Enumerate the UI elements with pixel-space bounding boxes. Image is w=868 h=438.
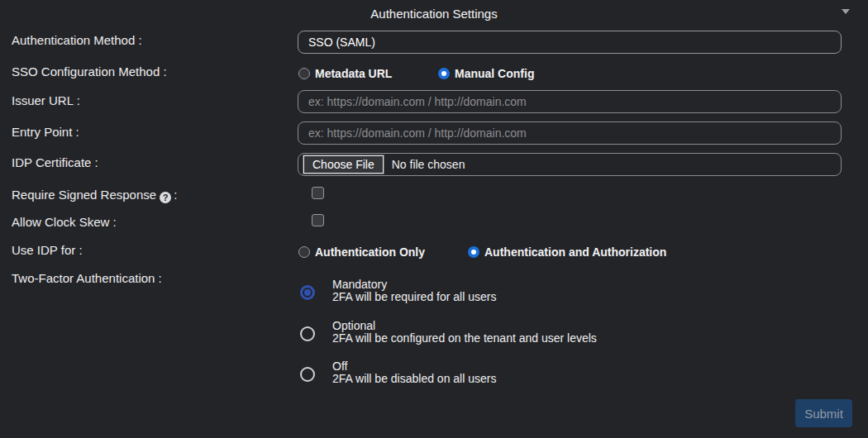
sso-config-label: SSO Configuration Method :: [12, 64, 167, 79]
auth-method-select[interactable]: SSO (SAML): [298, 31, 842, 54]
issuer-url-input[interactable]: [298, 90, 842, 113]
allow-clock-skew-label: Allow Clock Skew :: [12, 215, 117, 229]
file-status-text: No file chosen: [392, 158, 465, 171]
idp-certificate-file-input[interactable]: Choose File No file chosen: [298, 153, 842, 176]
two-factor-mandatory-option: Mandatory 2FA will be required for all u…: [332, 279, 496, 302]
choose-file-button[interactable]: Choose File: [303, 155, 384, 174]
two-factor-optional-desc: 2FA will be configured on the tenant and…: [332, 332, 597, 344]
two-factor-optional-title[interactable]: Optional: [332, 320, 597, 331]
page-title: Authentication Settings: [0, 7, 868, 21]
help-icon[interactable]: ?: [160, 192, 171, 203]
two-factor-mandatory-radio[interactable]: [300, 285, 315, 300]
two-factor-mandatory-desc: 2FA will be required for all users: [332, 291, 496, 302]
metadata-url-radio[interactable]: [298, 68, 310, 79]
two-factor-mandatory-title[interactable]: Mandatory: [332, 279, 496, 290]
two-factor-off-option: Off 2FA will be disabled on all users: [332, 360, 496, 384]
auth-method-value: SSO (SAML): [308, 36, 375, 49]
submit-button[interactable]: Submit: [795, 399, 852, 427]
idp-certificate-label: IDP Certificate :: [12, 155, 98, 169]
entry-point-input[interactable]: [298, 121, 842, 145]
authentication-only-label[interactable]: Authentication Only: [315, 245, 425, 259]
require-signed-response-suffix: :: [174, 188, 177, 202]
require-signed-response-checkbox[interactable]: [312, 187, 324, 199]
authentication-only-radio[interactable]: [298, 246, 310, 258]
authentication-and-authorization-label[interactable]: Authentication and Authorization: [484, 245, 666, 259]
manual-config-label[interactable]: Manual Config: [455, 67, 534, 80]
two-factor-off-desc: 2FA will be disabled on all users: [332, 373, 496, 384]
require-signed-response-text: Require Signed Response: [12, 188, 156, 202]
two-factor-optional-radio[interactable]: [300, 326, 315, 341]
authentication-and-authorization-radio[interactable]: [468, 246, 479, 258]
manual-config-radio[interactable]: [438, 68, 450, 79]
two-factor-off-radio[interactable]: [300, 367, 315, 382]
issuer-url-label: Issuer URL :: [12, 93, 80, 107]
two-factor-label: Two-Factor Authentication :: [12, 271, 162, 285]
chevron-down-icon: [842, 9, 850, 14]
allow-clock-skew-checkbox[interactable]: [312, 214, 324, 226]
two-factor-off-title[interactable]: Off: [332, 360, 496, 372]
two-factor-optional-option: Optional 2FA will be configured on the t…: [332, 320, 597, 344]
use-idp-for-label: Use IDP for :: [12, 243, 83, 257]
entry-point-label: Entry Point :: [12, 125, 79, 139]
auth-method-label: Authentication Method :: [12, 33, 142, 47]
metadata-url-label[interactable]: Metadata URL: [315, 67, 392, 80]
require-signed-response-label: Require Signed Response?:: [12, 188, 177, 203]
